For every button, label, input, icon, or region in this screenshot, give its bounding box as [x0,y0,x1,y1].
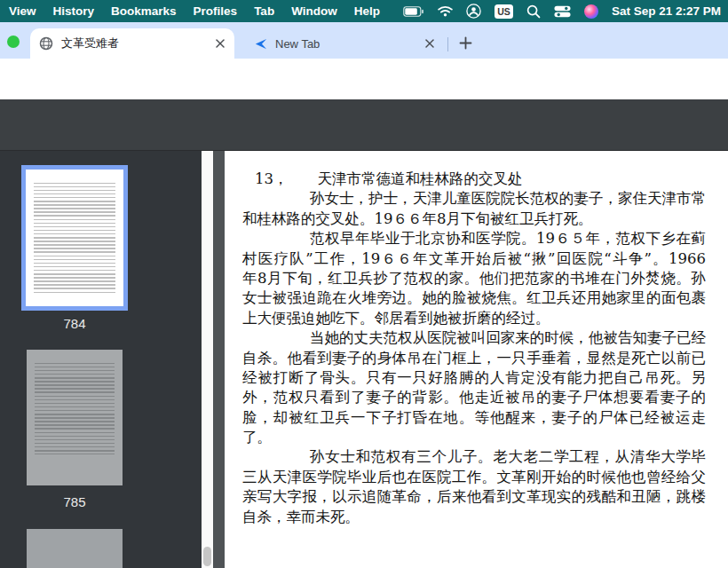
thumbnail-label-784: 784 [21,316,128,331]
thumbnail-page-preview [26,170,123,306]
text-line: 自杀。他看到妻子的身体吊在门框上，一只手垂着，显然是死亡以前已 [242,349,706,368]
text-line: 脸，却被红卫兵一下子打昏在地。等他醒来，妻子的尸体已经被运走 [242,408,706,428]
tab-strip: 文革受难者 New Tab [0,22,728,59]
keyboard-layout-badge[interactable]: US [495,4,513,19]
text-line: 范权早年毕业于北京协和医学院。19６５年，范权下乡在蓟县“农 [242,229,706,248]
text-line: 当她的丈夫范权从医院被叫回家来的时候，他被告知妻子已经上吊 [242,328,706,348]
tab-close-icon[interactable] [215,38,226,49]
thumbnail-label-785: 785 [21,494,128,509]
text-line: 经被打断了骨头。只有一只好胳膊的人肯定没有能力把自己吊死。另 [242,368,706,388]
menu-bookmarks[interactable]: Bookmarks [111,4,177,18]
text-line: 和桂林路的交叉处。19６６年8月下旬被红卫兵打死。 [242,209,706,229]
menu-status-area: US Sat Sep 21 2:27 PM [403,0,721,22]
macos-menu-bar: View History Bookmarks Profiles Tab Wind… [0,0,728,22]
tab-title: 文革受难者 [61,36,215,51]
tab-divider [447,37,448,51]
text-line: 年8月下旬，红卫兵抄了范权的家。他们把范家的书堆在门外焚烧。孙 [242,269,706,288]
new-tab-button[interactable] [455,32,476,53]
sidebar-scrollbar-thumb[interactable] [203,547,211,566]
text-line: 亲写大字报，以示追随革命，后来他看到文革现实的残酷和丑陋，跳楼 [242,487,706,507]
wifi-icon[interactable] [438,5,453,17]
sidebar-scrollbar-track [202,151,213,568]
menu-view[interactable]: View [9,4,36,18]
tab-title: New Tab [275,37,424,51]
menu-help[interactable]: Help [354,4,380,18]
text-line: 孙女士和范权有三个儿子。老大老二学工程，从清华大学毕业。老 [242,447,706,467]
pdf-toolbar: 文革受难者 784 / 786 110% [0,99,728,151]
tab-new-tab[interactable]: New Tab [245,28,444,59]
search-icon[interactable] [526,4,541,19]
text-line: 三从天津医学院毕业后也在医院工作。文革刚开始的时候他也曾经给父 [242,468,706,487]
text-line: 女士被强迫跪在火堆旁边。她的脸被烧焦。红卫兵还用她家里的面包裹 [242,288,706,308]
text-line: 孙女士，护士，天津儿童医院院长范权的妻子，家住天津市常德道 [242,189,706,209]
menu-window[interactable]: Window [291,4,337,18]
blue-logo-icon [254,37,267,51]
thumbnail-page-784[interactable] [21,165,128,311]
menu-history[interactable]: History [53,4,95,18]
battery-icon[interactable] [403,6,424,17]
menu-items: View History Bookmarks Profiles Tab Wind… [0,4,380,18]
browser-toolbar: Not Secure ywang.uchicago.edu/history/vi… [0,59,728,99]
user-account-icon[interactable] [466,4,481,19]
text-line: 外，范权只看到了妻子的背影。他走近被吊的妻子尸体想要看妻子的 [242,388,706,407]
thumbnail-page-786[interactable] [27,529,123,568]
viewer-background-strip [213,151,225,568]
browser-window: View History Bookmarks Profiles Tab Wind… [0,0,728,568]
text-line: 村医疗队”工作，19６６年文革开始后被“揪”回医院“斗争”。1966 [242,249,706,269]
tab-close-icon[interactable] [424,38,435,49]
window-zoom-button[interactable] [7,36,20,48]
thumbnail-page-785[interactable] [27,350,123,485]
text-line: 上大便强迫她吃下。邻居看到她被折磨的经过。 [242,309,706,328]
menu-bar-clock[interactable]: Sat Sep 21 2:27 PM [612,4,721,18]
globe-icon [39,36,53,51]
control-center-icon[interactable] [554,5,571,18]
text-line: 自杀，幸而未死。 [242,508,706,527]
menu-profiles[interactable]: Profiles [194,4,238,18]
pdf-page-text: 13， 天津市常德道和桂林路的交叉处 孙女士，护士，天津儿童医院院长范权的妻子，… [242,170,706,527]
tab-active-pdf[interactable]: 文革受难者 [30,28,234,59]
siri-icon[interactable] [584,4,598,19]
text-line: 了。 [242,428,706,447]
section-heading: 13， 天津市常德道和桂林路的交叉处 [242,170,706,189]
menu-tab[interactable]: Tab [254,4,274,18]
